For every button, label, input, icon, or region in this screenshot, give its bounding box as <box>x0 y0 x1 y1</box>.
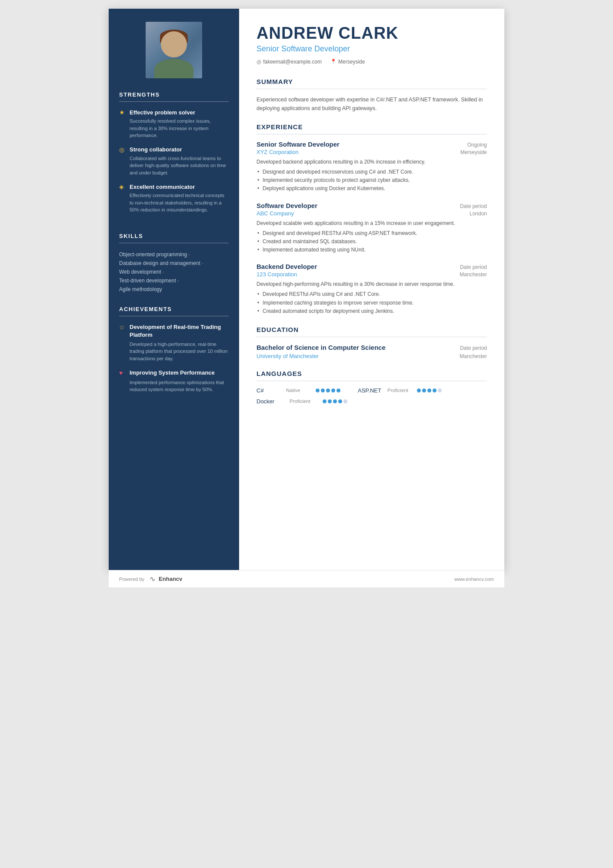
exp-entry-2: Software Developer Date period ABC Compa… <box>257 202 487 255</box>
skills-section: SKILLS Object-oriented programming · Dat… <box>119 233 229 294</box>
exp-desc-2: Developed scalable web applications resu… <box>257 219 487 228</box>
strengths-title: STRENGTHS <box>119 91 229 98</box>
lightbulb-icon: ◎ <box>119 146 126 153</box>
bullet-3-3: Created automated scripts for deployment… <box>257 307 487 315</box>
brand-name: Enhancv <box>159 576 182 582</box>
footer-website: www.enhancv.com <box>454 576 494 582</box>
exp-desc-1: Developed backend applications resulting… <box>257 158 487 166</box>
exp-entry-1: Senior Software Developer Ongoing XYZ Co… <box>257 141 487 193</box>
location-contact: 📍 Merseyside <box>330 59 365 65</box>
achievement-desc-1: Developed a high-performance, real-time … <box>119 341 229 362</box>
achievement-item-1: ☆ Development of Real-time Trading Platf… <box>119 323 229 362</box>
avatar <box>146 22 202 78</box>
exp-desc-3: Developed high-performing APIs resulting… <box>257 280 487 288</box>
dot-3-2 <box>328 399 332 403</box>
exp-date-2: Date period <box>460 203 487 209</box>
edu-degree-1: Bachelor of Science in Computer Science <box>257 343 386 352</box>
resume-header: ANDREW CLARK Senior Software Developer @… <box>257 24 487 65</box>
lang-level-3: Proficient <box>290 399 316 404</box>
exp-job-title-3: Backend Developer <box>257 263 317 270</box>
footer: Powered by ∿ Enhancv www.enhancv.com <box>109 570 504 587</box>
education-section: EDUCATION Bachelor of Science in Compute… <box>257 326 487 359</box>
skill-item-1: Object-oriented programming · <box>119 250 229 259</box>
strength-item-1: ★ Effective problem solver Successfully … <box>119 109 229 139</box>
main-content: ANDREW CLARK Senior Software Developer @… <box>239 9 504 570</box>
languages-row-2: Docker Proficient <box>257 398 487 405</box>
dot-1-4 <box>331 389 335 392</box>
candidate-name: ANDREW CLARK <box>257 24 487 43</box>
exp-bullets-2: Designed and developed RESTful APIs usin… <box>257 229 487 255</box>
exp-company-2: ABC Company <box>257 210 294 217</box>
lang-item-1: C# Native <box>257 387 340 394</box>
avatar-image <box>146 22 202 78</box>
enhancv-logo-icon: ∿ <box>150 575 155 583</box>
exp-location-3: Manchester <box>460 271 487 278</box>
skill-item-3: Web development · <box>119 268 229 276</box>
exp-location-2: London <box>470 211 487 217</box>
bullet-2-2: Created and maintained SQL databases. <box>257 238 487 246</box>
languages-divider <box>257 381 487 381</box>
email-icon: @ <box>257 59 261 64</box>
lang-dots-1 <box>316 389 340 392</box>
dot-1-3 <box>326 389 330 392</box>
dot-2-3 <box>427 389 431 392</box>
experience-divider <box>257 134 487 134</box>
exp-bullets-3: Developed RESTful APIs using C# and .NET… <box>257 290 487 315</box>
achievement-desc-2: Implemented performance optimizations th… <box>119 379 229 393</box>
languages-section: LANGUAGES C# Native <box>257 370 487 405</box>
location-value: Merseyside <box>338 59 365 65</box>
experience-label: EXPERIENCE <box>257 123 487 131</box>
location-icon: 📍 <box>330 59 336 64</box>
experience-section: EXPERIENCE Senior Software Developer Ong… <box>257 123 487 315</box>
bullet-2-1: Designed and developed RESTful APIs usin… <box>257 229 487 238</box>
lang-level-2: Proficient <box>387 388 413 393</box>
dot-2-4 <box>433 389 436 392</box>
skill-item-4: Test-driven development · <box>119 276 229 285</box>
languages-grid: C# Native ASP.NET Proficient <box>257 387 487 394</box>
candidate-title: Senior Software Developer <box>257 44 487 54</box>
star-outline-icon: ☆ <box>119 324 126 331</box>
lang-item-2: ASP.NET Proficient <box>358 387 442 394</box>
achievements-title: ACHIEVEMENTS <box>119 306 229 312</box>
exp-company-1: XYZ Corporation <box>257 149 299 155</box>
footer-brand: Powered by ∿ Enhancv <box>119 575 182 583</box>
heart-icon: ♥ <box>119 369 126 376</box>
strengths-divider <box>119 101 229 102</box>
star-icon: ★ <box>119 109 126 116</box>
skills-divider <box>119 243 229 243</box>
strength-title-1: Effective problem solver <box>130 109 195 116</box>
skill-item-2: Database design and management · <box>119 259 229 268</box>
edu-institution-1: University of Manchester <box>257 353 319 359</box>
summary-section: SUMMARY Experienced software developer w… <box>257 78 487 113</box>
dot-2-1 <box>417 389 421 392</box>
contact-row: @ fakeemail@example.com 📍 Merseyside <box>257 59 487 65</box>
exp-entry-3: Backend Developer Date period 123 Corpor… <box>257 263 487 315</box>
dot-3-5 <box>343 399 347 403</box>
exp-date-1: Ongoing <box>467 142 487 148</box>
bullet-3-2: Implemented caching strategies to improv… <box>257 299 487 307</box>
exp-company-3: 123 Corporation <box>257 271 297 278</box>
edu-date-1: Date period <box>460 345 487 351</box>
education-divider <box>257 337 487 337</box>
lang-name-1: C# <box>257 387 283 394</box>
dot-2-2 <box>422 389 426 392</box>
strengths-section: STRENGTHS ★ Effective problem solver Suc… <box>119 91 229 221</box>
bullet-3-1: Developed RESTful APIs using C# and .NET… <box>257 290 487 298</box>
powered-by-label: Powered by <box>119 576 144 582</box>
dot-3-3 <box>333 399 337 403</box>
sidebar: STRENGTHS ★ Effective problem solver Suc… <box>109 9 239 570</box>
email-contact: @ fakeemail@example.com <box>257 59 322 65</box>
dot-1-2 <box>321 389 325 392</box>
lang-dots-2 <box>417 389 442 392</box>
strength-title-3: Excellent communicator <box>130 184 195 190</box>
strength-desc-1: Successfully resolved complex issues, re… <box>119 117 229 139</box>
achievement-title-2: Improving System Performance <box>130 369 215 377</box>
strength-item-2: ◎ Strong collaborator Collaborated with … <box>119 146 229 177</box>
achievements-divider <box>119 316 229 316</box>
bullet-2-3: Implemented automated testing using NUni… <box>257 246 487 254</box>
skill-item-5: Agile methodology <box>119 285 229 294</box>
languages-label: LANGUAGES <box>257 370 487 377</box>
dot-1-1 <box>316 389 320 392</box>
summary-divider <box>257 89 487 89</box>
avatar-container <box>119 22 229 78</box>
